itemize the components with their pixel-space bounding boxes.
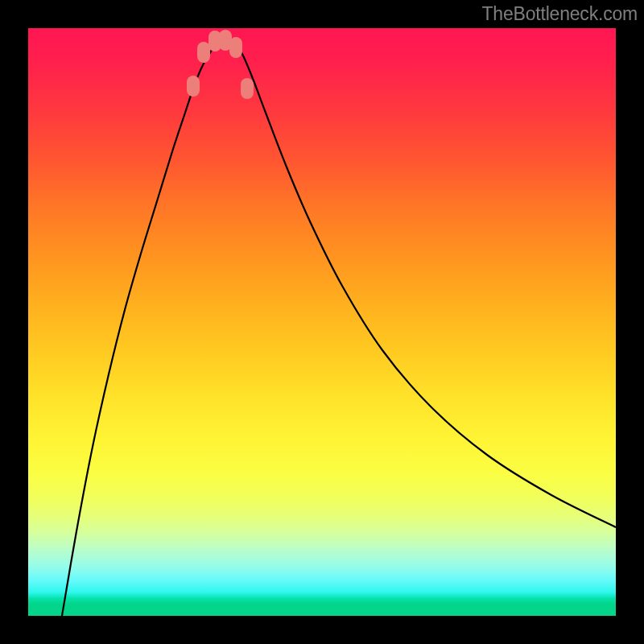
bottleneck-curve	[62, 38, 616, 616]
curve-marker	[197, 42, 210, 63]
watermark-text: TheBottleneck.com	[482, 3, 638, 25]
curve-marker	[187, 76, 200, 97]
plot-area	[28, 28, 616, 616]
curve-svg	[28, 28, 616, 616]
curve-marker	[229, 37, 242, 58]
curve-markers	[187, 30, 254, 99]
curve-marker	[241, 78, 254, 99]
